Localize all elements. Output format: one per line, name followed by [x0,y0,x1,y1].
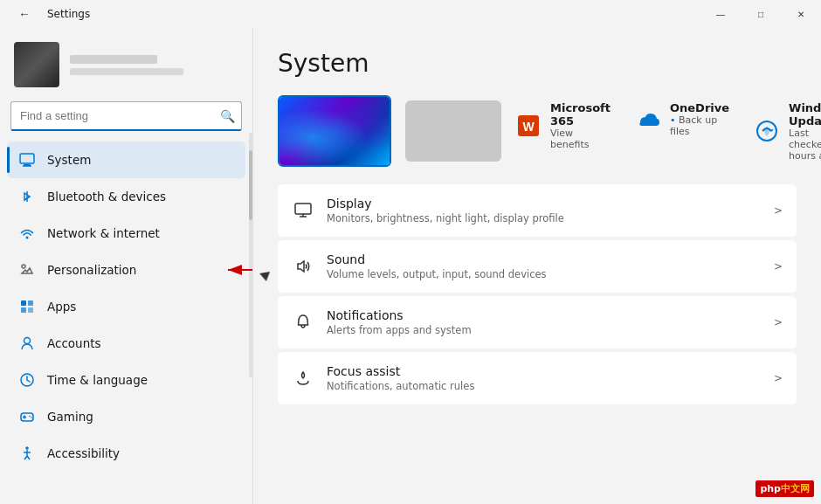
sidebar-item-system[interactable]: System [7,142,245,178]
back-button[interactable]: ← [10,0,38,28]
desktop-card [405,100,501,162]
microsoft365-text: Microsoft 365 View benefits [550,101,611,150]
apps-icon [17,297,37,316]
sound-title: Sound [327,252,762,266]
sidebar-item-time[interactable]: Time & language [7,362,245,398]
watermark-cn: 中文网 [781,483,810,494]
scroll-thumb [249,150,252,220]
quick-link-onedrive[interactable]: OneDrive Back up files [635,101,729,137]
sidebar-item-accessibility[interactable]: Accessibility [7,435,245,472]
microsoft365-title: Microsoft 365 [550,101,611,128]
user-name [70,55,157,64]
time-icon [17,370,37,390]
focusassist-chevron: > [774,372,783,384]
svg-point-11 [24,338,31,344]
sidebar-item-system-label: System [47,153,91,167]
top-section: W Microsoft 365 View benefits [278,95,797,167]
wallpaper-card[interactable] [278,95,391,167]
sidebar-item-gaming[interactable]: Gaming [7,398,245,435]
display-icon [292,199,314,222]
focusassist-text: Focus assist Notifications, automatic ru… [327,364,762,392]
onedrive-subtitle: Back up files [670,114,729,137]
sound-icon [292,255,314,278]
display-chevron: > [774,204,783,217]
quick-link-microsoft365[interactable]: W Microsoft 365 View benefits [515,101,611,150]
microsoft365-subtitle: View benefits [550,128,611,150]
network-icon [17,224,37,243]
red-arrow [224,261,252,279]
title-bar-left: ← Settings [10,0,90,28]
svg-text:W: W [522,120,535,134]
search-input[interactable] [10,101,242,131]
sidebar-item-personalization[interactable]: Personalization [7,252,245,288]
user-info [70,55,183,75]
sidebar-item-network[interactable]: Network & internet [7,215,245,252]
sidebar-item-accounts[interactable]: Accounts [7,325,245,362]
sidebar-item-apps-label: Apps [47,300,76,314]
settings-item-notifications[interactable]: Notifications Alerts from apps and syste… [278,296,797,349]
wallpaper-swirl [279,97,390,165]
sidebar: 🔍 System [0,28,253,504]
notifications-subtitle: Alerts from apps and system [327,324,762,336]
sidebar-item-bluetooth[interactable]: Bluetooth & devices [7,178,245,215]
focusassist-subtitle: Notifications, automatic rules [327,380,762,392]
title-bar-title: Settings [47,8,90,20]
user-profile[interactable] [0,35,252,98]
title-bar-controls: — □ ✕ [700,0,821,28]
bluetooth-icon [17,187,37,206]
scrollbar[interactable] [249,133,252,377]
maximize-button[interactable]: □ [741,0,781,28]
onedrive-text: OneDrive Back up files [670,101,729,137]
windowsupdate-text: Windows Update Last checked: 3 hours ago [789,101,821,162]
notifications-title: Notifications [327,308,762,322]
sidebar-item-accounts-label: Accounts [47,336,101,350]
svg-rect-0 [20,154,34,163]
nav-list: System Bluetooth & devices [0,142,252,504]
accessibility-icon [17,444,37,463]
svg-point-18 [25,446,29,450]
wallpaper-preview [279,97,390,165]
windowsupdate-title: Windows Update [789,101,821,128]
svg-line-22 [27,456,30,459]
user-email [70,68,183,75]
sidebar-item-personalization-label: Personalization [47,263,136,277]
settings-item-display[interactable]: Display Monitors, brightness, night ligh… [278,184,797,237]
watermark: php中文网 [755,480,814,497]
settings-item-focusassist[interactable]: Focus assist Notifications, automatic ru… [278,352,797,404]
display-title: Display [327,197,762,211]
avatar [14,42,59,87]
minimize-button[interactable]: — [700,0,741,28]
mouse-cursor [259,272,272,282]
display-subtitle: Monitors, brightness, night light, displ… [327,212,762,224]
svg-point-16 [29,416,31,418]
display-text: Display Monitors, brightness, night ligh… [327,197,762,224]
notifications-text: Notifications Alerts from apps and syste… [327,308,762,336]
windowsupdate-icon [754,118,780,144]
focusassist-title: Focus assist [327,364,762,378]
settings-list: Display Monitors, brightness, night ligh… [278,184,797,404]
quick-link-windowsupdate[interactable]: Windows Update Last checked: 3 hours ago [754,101,821,162]
sound-text: Sound Volume levels, output, input, soun… [327,252,762,280]
settings-item-sound[interactable]: Sound Volume levels, output, input, soun… [278,240,797,293]
svg-point-3 [26,237,29,239]
main-window: 🔍 System [0,28,821,504]
svg-point-17 [31,417,32,418]
sound-subtitle: Volume levels, output, input, sound devi… [327,268,762,280]
personalization-icon [17,260,37,280]
sidebar-item-time-label: Time & language [47,373,148,387]
svg-rect-8 [28,300,33,306]
search-box: 🔍 [10,101,242,131]
close-button[interactable]: ✕ [781,0,821,28]
svg-point-4 [22,265,25,268]
accounts-icon [17,334,37,353]
system-icon [17,150,37,169]
sidebar-item-network-label: Network & internet [47,226,160,240]
quick-links: W Microsoft 365 View benefits [515,101,821,162]
page-title: System [278,49,797,78]
notifications-chevron: > [774,316,783,328]
sidebar-item-gaming-label: Gaming [47,410,93,424]
sidebar-item-bluetooth-label: Bluetooth & devices [47,190,166,204]
sidebar-item-apps[interactable]: Apps [7,288,245,325]
onedrive-title: OneDrive [670,101,729,114]
focusassist-icon [292,367,314,390]
